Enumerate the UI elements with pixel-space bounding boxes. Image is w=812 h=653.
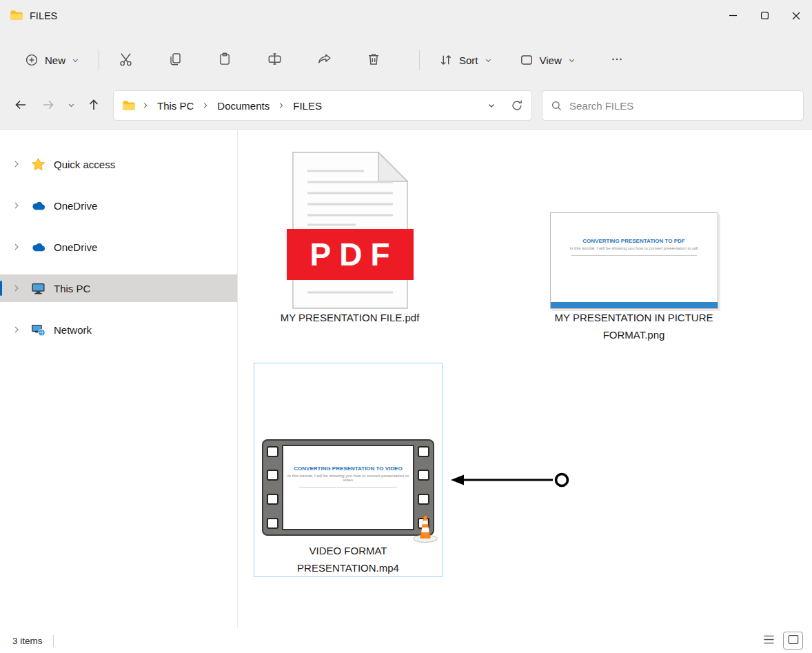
up-button[interactable]	[80, 93, 108, 118]
file-item-pdf[interactable]: PDF MY PRESENTATION FILE.pdf	[252, 142, 448, 326]
file-item-mp4-selected[interactable]: CONVERTING PRESENTATION TO VIDEO In this…	[254, 363, 443, 577]
slide-subtitle: In this tutorial, I will be showing you …	[551, 246, 718, 250]
sidebar-item-this-pc[interactable]: This PC	[0, 274, 237, 302]
chevron-right-icon	[142, 102, 149, 109]
mp4-thumbnail: CONVERTING PRESENTATION TO VIDEO In this…	[262, 363, 434, 539]
cloud-icon	[30, 200, 46, 211]
arrow-up-icon	[87, 98, 101, 114]
arrow-right-icon	[41, 98, 55, 114]
close-button[interactable]	[780, 0, 812, 31]
file-item-png[interactable]: CONVERTING PRESENTATION TO PDF In this t…	[536, 142, 732, 343]
clipboard-icon	[218, 52, 232, 68]
file-name: MY PRESENTATION IN PICTURE FORMAT.png	[552, 309, 716, 343]
copy-button[interactable]	[160, 46, 190, 74]
pdf-file-icon: PDF	[292, 142, 408, 309]
monitor-icon	[30, 282, 46, 295]
status-bar: 3 items	[0, 628, 812, 653]
chevron-right-icon	[278, 102, 285, 109]
sidebar-item-onedrive-2[interactable]: OneDrive	[0, 233, 237, 261]
navigation-pane: Quick access OneDrive OneDrive This PC N	[0, 130, 238, 628]
star-icon	[30, 157, 46, 172]
breadcrumb-files[interactable]: FILES	[291, 97, 324, 114]
command-bar: New Sort View	[0, 31, 812, 89]
delete-button[interactable]	[358, 46, 389, 74]
share-button[interactable]	[309, 46, 339, 74]
slide-rule	[299, 487, 398, 488]
folder-icon	[10, 10, 23, 21]
window-controls	[717, 0, 812, 31]
chevron-right-icon[interactable]	[11, 243, 22, 251]
refresh-button[interactable]	[511, 99, 523, 112]
rename-button[interactable]	[259, 46, 290, 74]
file-name: MY PRESENTATION FILE.pdf	[281, 309, 420, 326]
explorer-body: Quick access OneDrive OneDrive This PC N	[0, 130, 812, 628]
sidebar-item-quick-access[interactable]: Quick access	[0, 150, 237, 178]
window-title: FILES	[30, 10, 57, 21]
view-icon	[520, 53, 534, 67]
arrow-left-icon	[14, 98, 28, 114]
plus-circle-icon	[25, 53, 39, 67]
maximize-button[interactable]	[749, 0, 780, 31]
chevron-right-icon[interactable]	[11, 160, 22, 168]
breadcrumb-documents[interactable]: Documents	[215, 97, 272, 114]
title-bar: FILES	[0, 0, 812, 31]
slide-title: CONVERTING PRESENTATION TO VIDEO	[290, 446, 406, 472]
breadcrumb-this-pc[interactable]: This PC	[155, 97, 196, 114]
sort-arrows-icon	[439, 53, 453, 67]
chevron-right-icon[interactable]	[11, 284, 22, 292]
slide-accent-bar	[551, 302, 718, 308]
paste-button[interactable]	[210, 46, 240, 74]
sidebar-item-network[interactable]: Network	[0, 316, 237, 343]
navigation-bar: This PC Documents FILES	[0, 89, 812, 130]
chevron-down-icon	[72, 57, 79, 64]
cut-button[interactable]	[110, 46, 141, 74]
search-input[interactable]	[569, 100, 795, 112]
chevron-right-icon[interactable]	[11, 325, 22, 334]
sort-button-label: Sort	[459, 54, 478, 66]
large-icons-view-button[interactable]	[784, 632, 802, 649]
recent-locations-button[interactable]	[62, 93, 80, 118]
pdf-badge: PDF	[287, 229, 414, 280]
scissors-icon	[119, 52, 133, 68]
details-view-button[interactable]	[760, 632, 778, 649]
sidebar-item-label: OneDrive	[54, 241, 97, 253]
file-name: VIDEO FORMAT PRESENTATION.mp4	[280, 542, 416, 576]
ellipsis-icon	[611, 53, 623, 68]
back-button[interactable]	[7, 93, 34, 118]
new-button[interactable]: New	[17, 47, 88, 73]
sort-button[interactable]: Sort	[431, 47, 500, 73]
file-explorer-window: FILES New	[0, 0, 812, 653]
sidebar-item-label: OneDrive	[54, 200, 97, 212]
trash-icon	[367, 52, 380, 68]
video-frame: CONVERTING PRESENTATION TO VIDEO In this…	[282, 445, 414, 530]
sidebar-item-label: Quick access	[54, 159, 115, 170]
toolbar-divider	[99, 50, 99, 70]
sidebar-item-label: Network	[54, 324, 92, 336]
sidebar-item-onedrive-1[interactable]: OneDrive	[0, 192, 237, 219]
rename-icon	[267, 52, 282, 68]
list-view-icon	[763, 634, 775, 647]
copy-icon	[168, 52, 182, 68]
search-box[interactable]	[542, 90, 804, 121]
view-button[interactable]: View	[511, 47, 584, 73]
film-sprocket-holes	[267, 446, 278, 529]
share-icon	[317, 52, 332, 68]
cloud-icon	[30, 241, 46, 252]
minimize-button[interactable]	[717, 0, 749, 31]
network-icon	[30, 323, 46, 336]
chevron-right-icon	[202, 102, 209, 109]
address-dropdown-button[interactable]	[487, 101, 496, 110]
chevron-down-icon	[485, 57, 492, 64]
slide-title: CONVERTING PRESENTATION TO PDF	[558, 213, 711, 244]
status-divider	[53, 635, 54, 647]
address-bar[interactable]: This PC Documents FILES	[113, 90, 532, 121]
items-count: 3 items	[12, 636, 43, 646]
file-list-area: PDF MY PRESENTATION FILE.pdf CONVERTING …	[238, 130, 812, 628]
more-options-button[interactable]	[602, 46, 632, 74]
forward-button[interactable]	[34, 93, 62, 118]
chevron-right-icon[interactable]	[11, 201, 22, 210]
slide-subtitle: In this tutorial, I will be showing you …	[283, 474, 413, 482]
view-button-label: View	[540, 54, 562, 66]
search-icon	[551, 100, 562, 112]
annotation-arrow	[449, 466, 574, 494]
